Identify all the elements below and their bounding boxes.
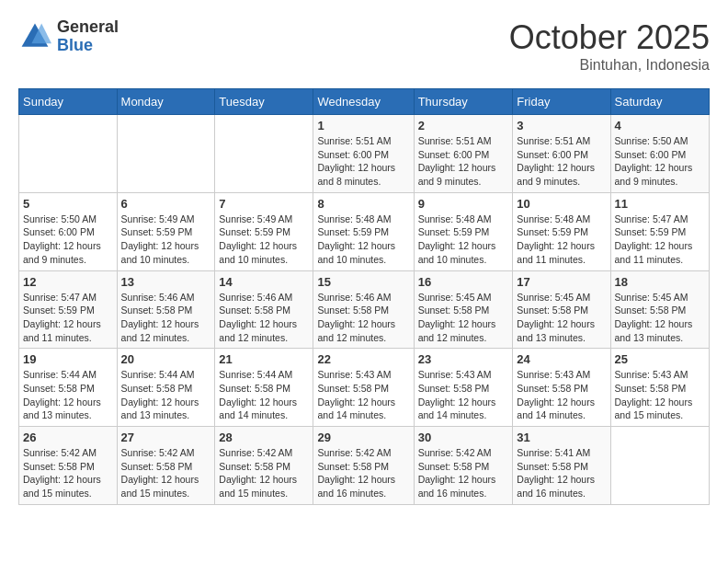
day-info: Sunrise: 5:42 AM Sunset: 5:58 PM Dayligh…: [418, 446, 509, 500]
day-number: 27: [121, 431, 211, 444]
day-number: 2: [418, 119, 509, 132]
calendar-header-saturday: Saturday: [610, 89, 709, 115]
calendar-header-sunday: Sunday: [19, 89, 118, 115]
day-info: Sunrise: 5:44 AM Sunset: 5:58 PM Dayligh…: [23, 368, 113, 422]
day-info: Sunrise: 5:43 AM Sunset: 5:58 PM Dayligh…: [317, 368, 409, 422]
logo-general-text: General: [57, 17, 119, 36]
day-info: Sunrise: 5:49 AM Sunset: 5:59 PM Dayligh…: [121, 213, 211, 267]
calendar-cell: [215, 115, 313, 193]
calendar-header-friday: Friday: [513, 89, 610, 115]
day-info: Sunrise: 5:43 AM Sunset: 5:58 PM Dayligh…: [517, 368, 606, 422]
day-info: Sunrise: 5:47 AM Sunset: 5:59 PM Dayligh…: [615, 213, 705, 267]
day-info: Sunrise: 5:46 AM Sunset: 5:58 PM Dayligh…: [121, 291, 211, 345]
calendar-cell: 27Sunrise: 5:42 AM Sunset: 5:58 PM Dayli…: [117, 427, 215, 505]
day-number: 10: [517, 197, 606, 211]
calendar-cell: 21Sunrise: 5:44 AM Sunset: 5:58 PM Dayli…: [215, 349, 313, 427]
day-number: 11: [615, 197, 705, 211]
day-number: 26: [23, 431, 113, 444]
calendar-cell: [19, 115, 118, 193]
calendar-cell: 17Sunrise: 5:45 AM Sunset: 5:58 PM Dayli…: [513, 270, 610, 349]
calendar-header-monday: Monday: [117, 89, 215, 115]
page-header: General Blue October 2025 Bintuhan, Indo…: [18, 18, 710, 74]
calendar-header-row: SundayMondayTuesdayWednesdayThursdayFrid…: [19, 89, 710, 115]
logo-icon: [18, 20, 51, 53]
day-info: Sunrise: 5:51 AM Sunset: 6:00 PM Dayligh…: [317, 134, 409, 189]
calendar-cell: 18Sunrise: 5:45 AM Sunset: 5:58 PM Dayli…: [610, 270, 709, 349]
day-info: Sunrise: 5:42 AM Sunset: 5:58 PM Dayligh…: [317, 446, 409, 500]
title-block: October 2025 Bintuhan, Indonesia: [509, 18, 710, 74]
calendar-cell: 6Sunrise: 5:49 AM Sunset: 5:59 PM Daylig…: [117, 192, 215, 270]
calendar-cell: 15Sunrise: 5:46 AM Sunset: 5:58 PM Dayli…: [313, 270, 414, 349]
day-number: 24: [517, 352, 606, 366]
day-info: Sunrise: 5:41 AM Sunset: 5:58 PM Dayligh…: [517, 446, 606, 500]
day-number: 7: [219, 197, 309, 211]
calendar-cell: 9Sunrise: 5:48 AM Sunset: 5:59 PM Daylig…: [414, 192, 513, 270]
calendar-cell: 30Sunrise: 5:42 AM Sunset: 5:58 PM Dayli…: [414, 427, 513, 505]
calendar-cell: 19Sunrise: 5:44 AM Sunset: 5:58 PM Dayli…: [19, 349, 118, 427]
day-info: Sunrise: 5:48 AM Sunset: 5:59 PM Dayligh…: [418, 213, 509, 267]
day-number: 1: [317, 119, 409, 132]
calendar-cell: 2Sunrise: 5:51 AM Sunset: 6:00 PM Daylig…: [414, 115, 513, 193]
day-info: Sunrise: 5:42 AM Sunset: 5:58 PM Dayligh…: [219, 446, 309, 500]
calendar-cell: [610, 427, 709, 505]
calendar-cell: 16Sunrise: 5:45 AM Sunset: 5:58 PM Dayli…: [414, 270, 513, 349]
calendar-cell: 8Sunrise: 5:48 AM Sunset: 5:59 PM Daylig…: [313, 192, 414, 270]
calendar-cell: 23Sunrise: 5:43 AM Sunset: 5:58 PM Dayli…: [414, 349, 513, 427]
day-info: Sunrise: 5:50 AM Sunset: 6:00 PM Dayligh…: [615, 134, 705, 189]
calendar-cell: 31Sunrise: 5:41 AM Sunset: 5:58 PM Dayli…: [513, 427, 610, 505]
day-info: Sunrise: 5:45 AM Sunset: 5:58 PM Dayligh…: [615, 291, 705, 345]
day-number: 28: [219, 431, 309, 444]
day-info: Sunrise: 5:50 AM Sunset: 6:00 PM Dayligh…: [23, 213, 113, 267]
day-number: 13: [121, 275, 211, 289]
calendar-week-row: 5Sunrise: 5:50 AM Sunset: 6:00 PM Daylig…: [19, 192, 710, 270]
day-number: 18: [615, 275, 705, 289]
day-number: 12: [23, 275, 113, 289]
day-number: 15: [317, 275, 409, 289]
calendar-cell: 4Sunrise: 5:50 AM Sunset: 6:00 PM Daylig…: [610, 115, 709, 193]
month-title: October 2025: [509, 18, 710, 57]
calendar-cell: 3Sunrise: 5:51 AM Sunset: 6:00 PM Daylig…: [513, 115, 610, 193]
day-info: Sunrise: 5:46 AM Sunset: 5:58 PM Dayligh…: [219, 291, 309, 345]
day-number: 4: [615, 119, 705, 132]
day-info: Sunrise: 5:42 AM Sunset: 5:58 PM Dayligh…: [121, 446, 211, 500]
day-info: Sunrise: 5:49 AM Sunset: 5:59 PM Dayligh…: [219, 213, 309, 267]
calendar-cell: 22Sunrise: 5:43 AM Sunset: 5:58 PM Dayli…: [313, 349, 414, 427]
logo-blue-text: Blue: [57, 36, 93, 54]
day-info: Sunrise: 5:43 AM Sunset: 5:58 PM Dayligh…: [418, 368, 509, 422]
calendar-cell: 24Sunrise: 5:43 AM Sunset: 5:58 PM Dayli…: [513, 349, 610, 427]
logo-text: General Blue: [57, 18, 119, 55]
day-info: Sunrise: 5:48 AM Sunset: 5:59 PM Dayligh…: [317, 213, 409, 267]
day-info: Sunrise: 5:43 AM Sunset: 5:58 PM Dayligh…: [615, 368, 705, 422]
calendar-cell: 26Sunrise: 5:42 AM Sunset: 5:58 PM Dayli…: [19, 427, 118, 505]
calendar-cell: 13Sunrise: 5:46 AM Sunset: 5:58 PM Dayli…: [117, 270, 215, 349]
calendar-cell: 29Sunrise: 5:42 AM Sunset: 5:58 PM Dayli…: [313, 427, 414, 505]
calendar-week-row: 26Sunrise: 5:42 AM Sunset: 5:58 PM Dayli…: [19, 427, 710, 505]
location-subtitle: Bintuhan, Indonesia: [509, 57, 710, 74]
day-info: Sunrise: 5:51 AM Sunset: 6:00 PM Dayligh…: [517, 134, 606, 189]
day-info: Sunrise: 5:45 AM Sunset: 5:58 PM Dayligh…: [418, 291, 509, 345]
day-info: Sunrise: 5:51 AM Sunset: 6:00 PM Dayligh…: [418, 134, 509, 189]
calendar-cell: 14Sunrise: 5:46 AM Sunset: 5:58 PM Dayli…: [215, 270, 313, 349]
calendar-cell: 25Sunrise: 5:43 AM Sunset: 5:58 PM Dayli…: [610, 349, 709, 427]
calendar-cell: 10Sunrise: 5:48 AM Sunset: 5:59 PM Dayli…: [513, 192, 610, 270]
calendar-table: SundayMondayTuesdayWednesdayThursdayFrid…: [18, 88, 710, 505]
calendar-cell: 1Sunrise: 5:51 AM Sunset: 6:00 PM Daylig…: [313, 115, 414, 193]
day-number: 6: [121, 197, 211, 211]
day-number: 21: [219, 352, 309, 366]
calendar-cell: 11Sunrise: 5:47 AM Sunset: 5:59 PM Dayli…: [610, 192, 709, 270]
calendar-week-row: 1Sunrise: 5:51 AM Sunset: 6:00 PM Daylig…: [19, 115, 710, 193]
day-number: 23: [418, 352, 509, 366]
day-info: Sunrise: 5:44 AM Sunset: 5:58 PM Dayligh…: [219, 368, 309, 422]
day-info: Sunrise: 5:45 AM Sunset: 5:58 PM Dayligh…: [517, 291, 606, 345]
day-number: 14: [219, 275, 309, 289]
calendar-cell: 7Sunrise: 5:49 AM Sunset: 5:59 PM Daylig…: [215, 192, 313, 270]
calendar-header-tuesday: Tuesday: [215, 89, 313, 115]
calendar-week-row: 19Sunrise: 5:44 AM Sunset: 5:58 PM Dayli…: [19, 349, 710, 427]
calendar-header-wednesday: Wednesday: [313, 89, 414, 115]
day-number: 3: [517, 119, 606, 132]
day-number: 9: [418, 197, 509, 211]
day-number: 30: [418, 431, 509, 444]
day-info: Sunrise: 5:46 AM Sunset: 5:58 PM Dayligh…: [317, 291, 409, 345]
calendar-cell: 20Sunrise: 5:44 AM Sunset: 5:58 PM Dayli…: [117, 349, 215, 427]
day-number: 20: [121, 352, 211, 366]
